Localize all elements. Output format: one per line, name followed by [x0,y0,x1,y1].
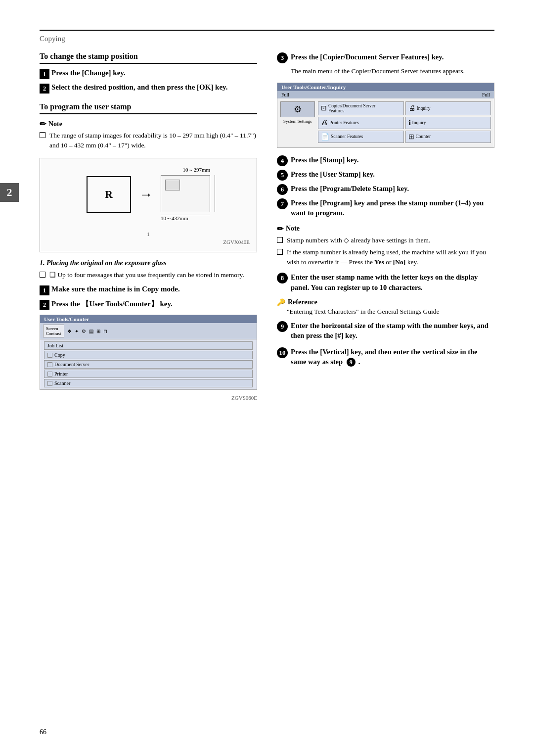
right-column: 3 Press the [Copier/Document Server Feat… [277,52,494,401]
screen-joblist: Job List [44,341,253,350]
step3-text: Press the [Copier/Document Server Featur… [291,52,494,62]
step6-num: 6 [277,184,288,195]
step7-line: 7 Press the [Program] key and press the … [277,198,494,218]
left-column: To change the stamp position 1 Press the… [40,52,257,401]
step10-num: 10 [277,347,288,358]
diagram-small-box [165,180,180,190]
screen-title-bar: User Tools/Counter [40,315,257,323]
step3-line: 3 Press the [Copier/Document Server Feat… [277,52,494,63]
ut-cell-counter: ⊞ Counter [405,131,491,143]
figure-checkbox [40,272,45,278]
ref-title: 🔑 Reference [277,298,494,307]
step6-text: Press the [Program/Delete Stamp] key. [291,184,494,193]
dim-line-h [161,215,210,215]
page: Copying 2 To change the stamp position 1… [0,0,534,756]
stepA-block: 1 Make sure the machine is in Copy mode. [40,285,257,295]
header-section: Copying [40,35,494,43]
note2-cb1 [277,237,283,243]
copier-label2: Features [328,108,375,113]
ut-right-panel: ⊡ Copier/Document Server Features 🖨 Inqu… [318,101,491,144]
ut-body: ⚙ System Settings ⊡ Copier/Document Serv… [277,98,494,147]
stepA-text: Make sure the machine is in Copy mode. [51,285,257,293]
counter-label: Counter [416,134,431,139]
step5-text: Press the [User Stamp] key. [291,169,494,179]
icon5: ⊞ [96,329,100,334]
note1-checkbox [40,132,45,138]
ut-top-bar: Full Full [277,91,494,98]
screen-code: ZGVS060E [40,395,257,401]
pencil-icon: ✏ [40,119,46,129]
note2-block: ✏ Note Stamp numbers with ◇ already have… [277,224,494,268]
screen-scanner-dot [47,381,52,386]
page-number: 66 [40,728,46,736]
step7-num: 7 [277,198,288,209]
step10-line: 10 Press the [Vertical] key, and then en… [277,347,494,367]
figure-title: 1. Placing the original on the exposure … [40,259,257,267]
step3-body: The main menu of the Copier/Document Ser… [291,66,494,77]
stepB-text: Press the 【User Tools/Counter】 key. [51,299,257,309]
ut-row2: 🖨 Printer Features ℹ Inquiry [318,117,491,129]
screen-printer-dot [47,372,52,377]
step2-num: 2 [40,84,49,94]
stepB-block: 2 Press the 【User Tools/Counter】 key. [40,299,257,310]
system-settings-icon: ⚙ [280,101,315,117]
step3-num: 3 [277,52,288,63]
step1-text: Press the [Change] key. [51,69,257,77]
ut-row3: 📄 Scanner Features ⊞ Counter [318,131,491,143]
step7-text: Press the [Program] key and press the st… [291,198,494,218]
ut-screen: User Tools/Counter/Inquiry Full Full ⚙ S… [277,83,494,148]
step2-block: 2 Select the desired position, and then … [40,83,257,94]
step1-num: 1 [40,69,49,79]
diagram-right-part: 10～297mm 10～432mm [161,165,210,224]
stepA-num: 1 [40,285,49,295]
scanner-icon: 📄 [321,133,329,141]
step3-block: 3 Press the [Copier/Document Server Feat… [277,52,494,77]
step2-text: Select the desired position, and then pr… [51,83,257,92]
diagram-code: ZGVX040E [47,239,250,245]
section2-title: To program the user stamp [40,102,257,114]
key-icon: 🔑 [277,298,285,307]
step4-block: 4 Press the [Stamp] key. [277,155,494,166]
step10-ref-num: 9 [347,358,356,367]
inquiry-label: Inquiry [417,106,431,111]
step9-block: 9 Enter the horizontal size of the stamp… [277,321,494,341]
step6-block: 6 Press the [Program/Delete Stamp] key. [277,184,494,195]
inquiry2-icon: ℹ [408,119,411,127]
ut-left-panel: ⚙ System Settings [280,101,315,144]
screen-contrast: Screen Contrast [43,325,64,337]
stamp-diagram: R → 10～297mm 10～ [40,158,257,252]
ut-cell-scanner: 📄 Scanner Features [318,131,404,143]
step9-line: 9 Enter the horizontal size of the stamp… [277,321,494,341]
screen-docserver: Document Server [44,360,253,369]
screen-docserver-dot [47,362,52,367]
inquiry2-label: Inquiry [412,120,426,125]
step9-text: Enter the horizontal size of the stamp w… [291,321,494,341]
screen-printer: Printer [44,370,253,378]
screen-list: Job List Copy Document Server Printer [40,339,257,389]
step4-text: Press the [Stamp] key. [291,155,494,165]
inquiry-icon: 🖨 [408,104,415,112]
copier-label1: Copier/Document Server [328,103,375,108]
screen-icon-row: Screen Contrast ❖ ✦ ⚙ ▤ ⊞ ⊓ [40,323,257,339]
step1-block: 1 Press the [Change] key. [40,69,257,79]
screen-scanner: Scanner [44,379,253,387]
diagram-inner-box [161,175,210,212]
note2-text2: If the stamp number is already being use… [287,247,494,268]
pencil2-icon: ✏ [277,224,283,234]
stepB-num: 2 [40,300,49,310]
screen-copy-dot [47,353,52,358]
diagram-inner: R → 10～297mm 10～ [87,165,210,224]
step5-num: 5 [277,170,288,181]
copier-icon: ⊡ [321,104,327,112]
diagram-arrow-icon: → [139,187,153,202]
note1-title: ✏ Note [40,119,257,129]
chapter-tab: 2 [0,183,19,202]
ut-cell-inquiry: 🖨 Inquiry [405,101,491,115]
printer-icon: 🖨 [321,119,328,127]
step4-num: 4 [277,155,288,166]
section1-title: To change the stamp position [40,52,257,64]
printer-features-label: Printer Features [329,120,359,125]
ut-cell-inquiry2: ℹ Inquiry [405,117,491,129]
note1-item: The range of stamp images for readabilit… [40,131,257,151]
system-settings-label: System Settings [280,119,315,124]
